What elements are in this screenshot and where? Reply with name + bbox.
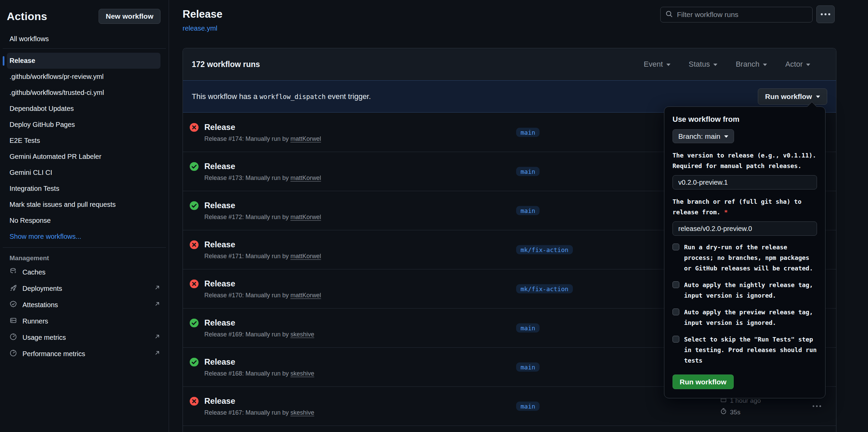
chevron-down-icon (806, 64, 810, 68)
ref-field-label: The branch or ref (full git sha) to rele… (673, 196, 817, 217)
dispatch-option-row: Run a dry-run of the release process; no… (673, 242, 817, 273)
branch-pill[interactable]: main (516, 206, 540, 215)
run-actor-link[interactable]: mattKorwel (290, 175, 321, 181)
sidebar-item-usage-metrics[interactable]: Usage metrics (10, 329, 160, 346)
failure-x-icon (190, 280, 199, 288)
sidebar-item-workflow[interactable]: E2E Tests (7, 133, 160, 149)
run-actor-link[interactable]: skeshive (290, 331, 314, 338)
run-actor-link[interactable]: mattKorwel (290, 135, 321, 142)
filter-branch[interactable]: Branch (736, 60, 767, 69)
run-title-link[interactable]: Release (204, 162, 321, 171)
chevron-down-icon (666, 64, 670, 68)
arrow-up-right-icon (154, 301, 160, 309)
cache-icon (10, 268, 17, 277)
sidebar-item-label: Deployments (22, 285, 149, 293)
run-filters: EventStatusBranchActor (644, 60, 810, 69)
sidebar-item-workflow[interactable]: Release (7, 53, 160, 69)
gauge-icon (10, 333, 17, 342)
workflow-options-kebab-button[interactable] (816, 5, 835, 23)
sidebar-item-all-workflows[interactable]: All workflows (0, 32, 169, 46)
sidebar-item-deployments[interactable]: Deployments (10, 280, 160, 297)
branch-pill[interactable]: main (516, 128, 540, 137)
ref-input[interactable] (673, 221, 817, 236)
arrow-up-right-icon (154, 333, 160, 342)
server-icon (10, 317, 17, 326)
sidebar-item-workflow[interactable]: .github/workflows/trusted-ci.yml (7, 85, 160, 101)
dispatch-option-row: Auto apply the nightly release tag, inpu… (673, 280, 817, 301)
option-label: Auto apply the nightly release tag, inpu… (684, 280, 817, 301)
run-workflow-dropdown-panel: Use workflow from Branch: main The versi… (664, 106, 826, 398)
event-code: workflow_dispatch (257, 93, 327, 100)
sidebar-item-runners[interactable]: Runners (10, 313, 160, 329)
sidebar-item-workflow[interactable]: Mark stale issues and pull requests (7, 197, 160, 213)
verified-icon (10, 300, 17, 310)
stopwatch-icon (720, 408, 727, 416)
branch-pill[interactable]: mk/fix-action (516, 284, 573, 294)
run-kebab-button[interactable] (810, 403, 824, 410)
run-actor-link[interactable]: mattKorwel (290, 292, 321, 299)
run-description: Release #169: Manually run by skeshive (204, 331, 314, 338)
search-input[interactable] (677, 11, 807, 19)
run-title-link[interactable]: Release (204, 357, 314, 367)
filter-status[interactable]: Status (689, 60, 717, 69)
sidebar-item-workflow[interactable]: Gemini CLI CI (7, 165, 160, 181)
option-checkbox[interactable] (673, 309, 679, 315)
page-title: Release (183, 8, 222, 20)
option-label: Run a dry-run of the release process; no… (684, 242, 817, 273)
chevron-down-icon (724, 135, 728, 140)
sidebar-item-label: Caches (22, 268, 160, 276)
sidebar-divider (3, 247, 166, 248)
branch-selector-button[interactable]: Branch: main (673, 129, 734, 143)
version-input[interactable] (673, 175, 817, 189)
branch-pill[interactable]: main (516, 323, 540, 333)
branch-pill[interactable]: main (516, 167, 540, 176)
management-list: CachesDeploymentsAttestationsRunnersUsag… (0, 264, 169, 362)
sidebar-item-workflow[interactable]: Deploy GitHub Pages (7, 117, 160, 133)
run-actor-link[interactable]: skeshive (290, 370, 314, 377)
filter-event[interactable]: Event (644, 60, 670, 69)
chevron-down-icon (763, 64, 767, 68)
filter-actor[interactable]: Actor (785, 60, 810, 69)
failure-x-icon (190, 397, 199, 406)
rocket-icon (10, 284, 17, 293)
run-title-link[interactable]: Release (204, 279, 321, 288)
sidebar-item-workflow[interactable]: Dependabot Updates (7, 101, 160, 117)
run-meta: 1 hour ago 35s (720, 396, 761, 416)
sidebar-item-workflow[interactable]: Integration Tests (7, 181, 160, 197)
management-heading: Management (0, 254, 169, 262)
sidebar-item-attestations[interactable]: Attestations (10, 297, 160, 313)
sidebar-item-workflow[interactable]: Gemini Automated PR Labeler (7, 149, 160, 165)
runs-count: 172 workflow runs (192, 60, 260, 69)
failure-x-icon (190, 123, 199, 132)
new-workflow-button[interactable]: New workflow (99, 9, 160, 24)
run-title-link[interactable]: Release (204, 122, 321, 132)
run-title-link[interactable]: Release (204, 201, 321, 210)
runs-card-header: 172 workflow runs EventStatusBranchActor (183, 48, 836, 80)
run-title-link[interactable]: Release (204, 396, 314, 406)
branch-pill[interactable]: main (516, 363, 540, 372)
run-title-link[interactable]: Release (204, 240, 321, 249)
run-actor-link[interactable]: skeshive (290, 409, 314, 416)
option-checkbox[interactable] (673, 244, 679, 250)
run-actor-link[interactable]: mattKorwel (290, 214, 321, 220)
sidebar-item-workflow[interactable]: .github/workflows/pr-review.yml (7, 69, 160, 85)
show-more-workflows-link[interactable]: Show more workflows... (7, 229, 160, 245)
branch-pill[interactable]: mk/fix-action (516, 245, 573, 254)
sidebar-item-workflow[interactable]: No Response (7, 213, 160, 229)
run-description: Release #167: Manually run by skeshive (204, 409, 314, 416)
run-actor-link[interactable]: mattKorwel (290, 253, 321, 260)
workflow-file-link[interactable]: release.yml (183, 24, 217, 32)
run-workflow-submit-button[interactable]: Run workflow (673, 375, 734, 389)
branch-pill[interactable]: main (516, 402, 540, 411)
run-description: Release #171: Manually run by mattKorwel (204, 253, 321, 260)
run-workflow-dropdown-button[interactable]: Run workflow (758, 88, 827, 105)
chevron-down-icon (816, 96, 820, 100)
option-checkbox[interactable] (673, 281, 679, 288)
version-field-label: The version to release (e.g., v0.1.11). … (673, 150, 817, 171)
option-checkbox[interactable] (673, 336, 679, 343)
dispatch-option-row: Auto apply the preview release tag, inpu… (673, 307, 817, 328)
run-description: Release #174: Manually run by mattKorwel (204, 135, 321, 142)
run-title-link[interactable]: Release (204, 318, 314, 328)
sidebar-item-caches[interactable]: Caches (10, 264, 160, 280)
sidebar-item-performance-metrics[interactable]: Performance metrics (10, 346, 160, 362)
